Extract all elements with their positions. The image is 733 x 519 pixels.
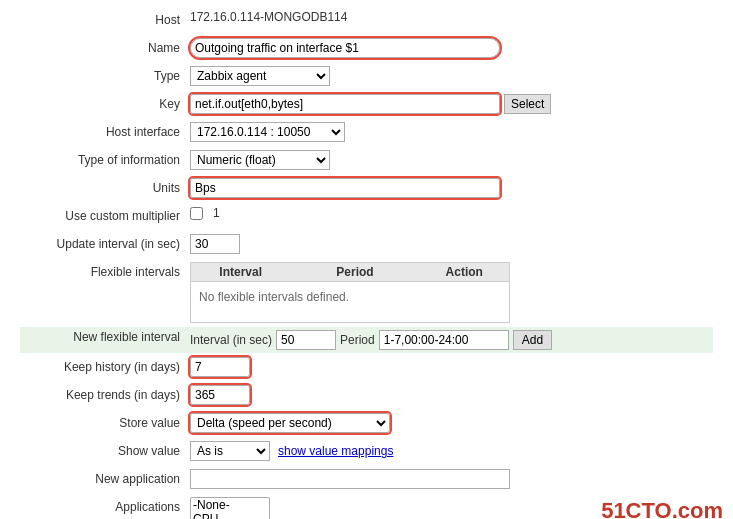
update-interval-input[interactable] <box>190 234 240 254</box>
add-flexible-interval-button[interactable]: Add <box>513 330 552 350</box>
watermark-main-text: 51CTO.com <box>601 498 723 519</box>
show-value-select[interactable]: As is <box>190 441 270 461</box>
host-label: Host <box>20 10 190 27</box>
flexible-intervals-table: Interval Period Action No flexible inter… <box>190 262 510 323</box>
period-label-text: Period <box>340 333 375 347</box>
interval-in-sec-label: Interval (in sec) <box>190 333 272 347</box>
host-interface-label: Host interface <box>20 122 190 139</box>
units-label: Units <box>20 178 190 195</box>
show-value-label: Show value <box>20 441 190 458</box>
applications-listbox[interactable]: -None- CPU DISK memory network <box>190 497 270 519</box>
units-input[interactable] <box>190 178 500 198</box>
flexible-intervals-header: Interval Period Action <box>191 263 509 282</box>
type-of-information-label: Type of information <box>20 150 190 167</box>
col-action-label: Action <box>420 265 509 279</box>
keep-trends-row: Keep trends (in days) <box>20 385 713 409</box>
key-input[interactable] <box>190 94 500 114</box>
host-interface-select[interactable]: 172.16.0.114 : 10050 <box>190 122 345 142</box>
watermark: 51CTO.com 技术博客 Blog <box>601 498 723 519</box>
host-row: Host 172.16.0.114-MONGODB114 <box>20 10 713 34</box>
show-value-mappings-link[interactable]: show value mappings <box>278 444 393 458</box>
store-value-label: Store value <box>20 413 190 430</box>
host-interface-row: Host interface 172.16.0.114 : 10050 <box>20 122 713 146</box>
multiplier-value: 1 <box>213 206 220 220</box>
new-period-input[interactable] <box>379 330 509 350</box>
name-label: Name <box>20 38 190 55</box>
type-select[interactable]: Zabbix agent <box>190 66 330 86</box>
key-label: Key <box>20 94 190 111</box>
host-value: 172.16.0.114-MONGODB114 <box>190 10 347 24</box>
keep-trends-label: Keep trends (in days) <box>20 385 190 402</box>
new-application-input[interactable] <box>190 469 510 489</box>
app-option-cpu: CPU <box>193 512 267 519</box>
key-select-button[interactable]: Select <box>504 94 551 114</box>
name-input[interactable] <box>190 38 500 58</box>
col-interval-label: Interval <box>191 265 290 279</box>
keep-history-label: Keep history (in days) <box>20 357 190 374</box>
name-row: Name <box>20 38 713 62</box>
show-value-row: Show value As is show value mappings <box>20 441 713 465</box>
keep-trends-input[interactable] <box>190 385 250 405</box>
flexible-intervals-body: No flexible intervals defined. <box>191 282 509 322</box>
custom-multiplier-label: Use custom multiplier <box>20 206 190 223</box>
type-label: Type <box>20 66 190 83</box>
col-period-label: Period <box>290 265 419 279</box>
update-interval-row: Update interval (in sec) <box>20 234 713 258</box>
custom-multiplier-checkbox[interactable] <box>190 207 203 220</box>
new-flexible-interval-label: New flexible interval <box>20 330 190 344</box>
no-intervals-message: No flexible intervals defined. <box>199 290 349 304</box>
type-of-information-select[interactable]: Numeric (float) <box>190 150 330 170</box>
custom-multiplier-row: Use custom multiplier 1 <box>20 206 713 230</box>
new-flexible-interval-row: New flexible interval Interval (in sec) … <box>20 327 713 353</box>
flexible-intervals-label: Flexible intervals <box>20 262 190 279</box>
app-option-none: -None- <box>193 498 267 512</box>
keep-history-row: Keep history (in days) <box>20 357 713 381</box>
new-application-label: New application <box>20 469 190 486</box>
store-value-row: Store value Delta (speed per second) As … <box>20 413 713 437</box>
store-value-select[interactable]: Delta (speed per second) As is Delta (si… <box>190 413 390 433</box>
key-row: Key Select <box>20 94 713 118</box>
type-row: Type Zabbix agent <box>20 66 713 90</box>
keep-history-input[interactable] <box>190 357 250 377</box>
new-interval-input[interactable] <box>276 330 336 350</box>
new-application-row: New application <box>20 469 713 493</box>
update-interval-label: Update interval (in sec) <box>20 234 190 251</box>
type-of-information-row: Type of information Numeric (float) <box>20 150 713 174</box>
units-row: Units <box>20 178 713 202</box>
applications-label: Applications <box>20 497 190 514</box>
flexible-intervals-row: Flexible intervals Interval Period Actio… <box>20 262 713 323</box>
